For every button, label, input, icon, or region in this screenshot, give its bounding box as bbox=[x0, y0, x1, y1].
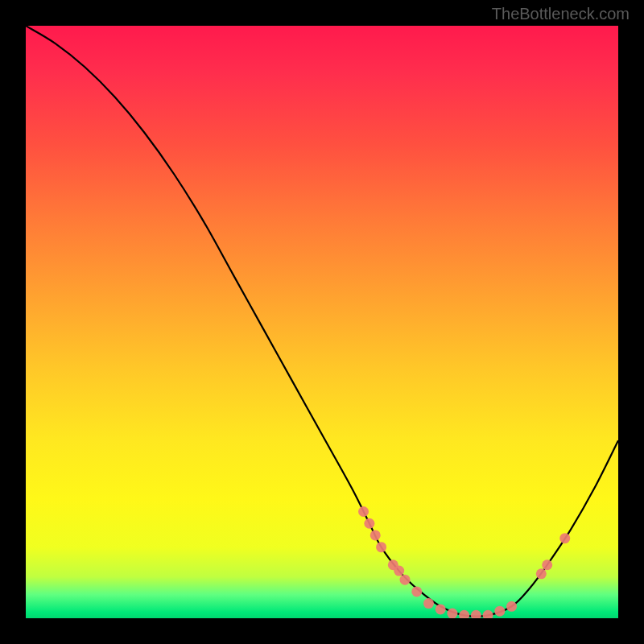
data-marker bbox=[358, 506, 369, 517]
chart-svg bbox=[26, 26, 618, 618]
data-marker bbox=[364, 518, 374, 529]
plot-area bbox=[26, 26, 618, 618]
data-marker bbox=[411, 586, 422, 597]
data-marker bbox=[471, 610, 481, 618]
data-marker bbox=[376, 542, 386, 552]
data-marker bbox=[400, 575, 411, 585]
data-marker bbox=[436, 604, 446, 614]
data-marker bbox=[370, 530, 381, 540]
data-marker bbox=[447, 609, 457, 618]
data-marker bbox=[423, 598, 434, 609]
data-marker bbox=[536, 568, 547, 579]
data-marker bbox=[483, 610, 493, 618]
data-marker bbox=[394, 566, 404, 576]
bottleneck-curve bbox=[26, 26, 618, 617]
data-marker bbox=[506, 601, 517, 612]
data-marker bbox=[542, 559, 552, 570]
data-marker bbox=[494, 606, 505, 617]
watermark-text: TheBottleneck.com bbox=[492, 5, 630, 23]
data-marker bbox=[459, 610, 469, 618]
data-marker bbox=[559, 533, 570, 543]
data-markers bbox=[358, 506, 570, 618]
